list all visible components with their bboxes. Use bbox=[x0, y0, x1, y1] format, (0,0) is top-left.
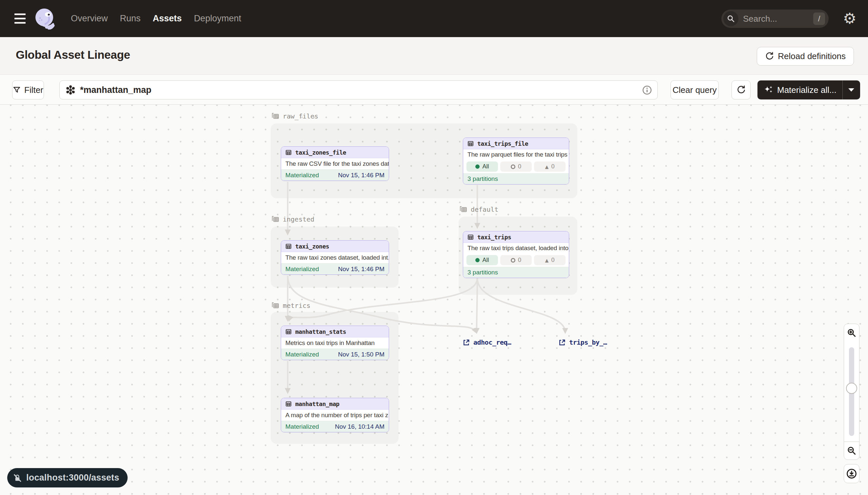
asset-description: The raw parquet files for the taxi trips… bbox=[463, 149, 569, 160]
reload-label: Reload definitions bbox=[778, 51, 846, 62]
asset-description: The raw CSV file for the taxi zones dat.… bbox=[281, 158, 389, 169]
partition-pill-failed: ▲0 bbox=[534, 161, 566, 172]
refresh-button[interactable] bbox=[731, 81, 750, 100]
zoom-slider-knob[interactable] bbox=[846, 383, 857, 394]
group-label-raw-files[interactable]: raw_files bbox=[271, 112, 318, 120]
external-link-icon bbox=[558, 339, 566, 346]
table-icon bbox=[285, 400, 292, 407]
asset-node-manhattan-map[interactable]: manhattan_map A map of the number of tri… bbox=[281, 398, 389, 432]
global-search-input[interactable]: Search... / bbox=[721, 10, 829, 28]
partition-pill-missing: 0 bbox=[500, 255, 532, 265]
page-title: Global Asset Lineage bbox=[16, 48, 130, 62]
zoom-in-icon bbox=[847, 328, 856, 338]
asset-graph-icon bbox=[66, 85, 75, 95]
status-badge: Materialized bbox=[285, 351, 319, 358]
partition-count: 3 partitions bbox=[463, 173, 569, 184]
group-label-metrics[interactable]: metrics bbox=[271, 301, 310, 309]
zoom-slider[interactable] bbox=[844, 341, 860, 442]
materialization-timestamp: Nov 15, 1:50 PM bbox=[338, 351, 385, 358]
asset-name: taxi_zones bbox=[295, 243, 329, 250]
asset-name: manhattan_stats bbox=[295, 328, 346, 335]
primary-nav: Overview Runs Assets Deployment bbox=[71, 0, 241, 37]
asset-group-icon bbox=[271, 112, 280, 120]
asset-node-taxi-trips-file[interactable]: taxi_trips_file The raw parquet files fo… bbox=[463, 138, 569, 185]
top-navbar: Overview Runs Assets Deployment Search..… bbox=[0, 0, 868, 37]
menu-icon[interactable] bbox=[14, 14, 25, 24]
group-label-ingested[interactable]: ingested bbox=[271, 215, 314, 223]
asset-name: taxi_trips bbox=[477, 234, 511, 241]
nav-item-deployment[interactable]: Deployment bbox=[194, 14, 241, 24]
nav-item-assets[interactable]: Assets bbox=[153, 14, 182, 24]
search-shortcut-badge: / bbox=[813, 13, 825, 25]
asset-name: taxi_trips_file bbox=[477, 140, 528, 147]
asset-node-taxi-trips[interactable]: taxi_trips The raw taxi trips dataset, l… bbox=[463, 231, 569, 278]
partition-pill-materialized: All bbox=[466, 161, 498, 172]
zoom-in-button[interactable] bbox=[844, 324, 860, 342]
materialization-timestamp: Nov 15, 1:46 PM bbox=[338, 172, 385, 179]
asset-description: A map of the number of trips per taxi z.… bbox=[281, 410, 389, 421]
asset-name: adhoc_req… bbox=[473, 338, 511, 346]
group-name: metrics bbox=[283, 302, 310, 309]
external-asset-trips-by[interactable]: trips_by_… bbox=[558, 338, 607, 346]
download-view-button[interactable] bbox=[844, 464, 860, 483]
table-icon bbox=[467, 140, 474, 147]
nav-item-runs[interactable]: Runs bbox=[120, 14, 141, 24]
partition-pill-missing: 0 bbox=[500, 161, 532, 172]
asset-name: manhattan_map bbox=[295, 400, 339, 407]
status-badge: Materialized bbox=[285, 266, 319, 273]
group-label-default[interactable]: default bbox=[459, 205, 498, 214]
lineage-toolbar: Filter Clear query bbox=[0, 75, 868, 105]
materialization-timestamp: Nov 16, 10:14 AM bbox=[335, 423, 385, 430]
chevron-down-icon bbox=[848, 88, 854, 91]
partition-pill-failed: ▲0 bbox=[534, 255, 566, 265]
download-icon bbox=[846, 468, 857, 479]
asset-description: Metrics on taxi trips in Manhattan bbox=[281, 338, 389, 348]
info-icon[interactable] bbox=[642, 85, 652, 95]
browser-status-bubble: localhost:3000/assets bbox=[7, 468, 128, 488]
clear-query-button[interactable]: Clear query bbox=[671, 81, 719, 100]
asset-name: trips_by_… bbox=[569, 338, 607, 346]
external-asset-adhoc-request[interactable]: adhoc_req… bbox=[463, 338, 511, 346]
asset-node-manhattan-stats[interactable]: manhattan_stats Metrics on taxi trips in… bbox=[281, 326, 389, 360]
search-placeholder: Search... bbox=[743, 14, 813, 24]
clear-query-label: Clear query bbox=[672, 85, 716, 95]
materialize-all-button[interactable]: Materialize all... bbox=[758, 81, 860, 100]
dagster-logo[interactable] bbox=[34, 7, 56, 30]
search-icon bbox=[723, 11, 739, 26]
asset-query-input[interactable] bbox=[80, 85, 642, 95]
table-icon bbox=[285, 149, 292, 156]
table-icon bbox=[285, 328, 292, 335]
triangle-icon: ▲ bbox=[545, 258, 549, 263]
reload-definitions-button[interactable]: Reload definitions bbox=[757, 47, 854, 66]
ring-circle-icon bbox=[511, 258, 515, 262]
filter-label: Filter bbox=[24, 85, 43, 95]
lineage-graph-canvas[interactable]: raw_files ingested default metrics bbox=[0, 105, 868, 495]
filled-circle-icon bbox=[475, 165, 480, 169]
table-icon bbox=[467, 234, 474, 241]
asset-query-field bbox=[59, 81, 658, 100]
asset-group-icon bbox=[271, 215, 280, 223]
status-badge: Materialized bbox=[285, 423, 319, 430]
group-name: default bbox=[471, 205, 498, 214]
ring-circle-icon bbox=[511, 165, 515, 169]
status-url: localhost:3000/assets bbox=[26, 473, 119, 483]
asset-name: taxi_zones_file bbox=[295, 149, 346, 156]
sparkle-icon bbox=[763, 85, 773, 95]
refresh-icon bbox=[737, 85, 746, 95]
filter-button[interactable]: Filter bbox=[12, 81, 44, 100]
zoom-out-button[interactable] bbox=[844, 442, 860, 460]
asset-node-taxi-zones-file[interactable]: taxi_zones_file The raw CSV file for the… bbox=[281, 147, 389, 181]
materialize-dropdown-caret[interactable] bbox=[843, 81, 860, 100]
asset-description: The raw taxi zones dataset, loaded int..… bbox=[281, 252, 389, 263]
asset-node-taxi-zones[interactable]: taxi_zones The raw taxi zones dataset, l… bbox=[281, 240, 389, 275]
reload-icon bbox=[765, 52, 774, 61]
status-badge: Materialized bbox=[285, 172, 319, 179]
asset-group-icon bbox=[271, 301, 280, 309]
asset-group-icon bbox=[459, 205, 467, 214]
gear-icon[interactable]: ⚙ bbox=[842, 10, 857, 27]
page-header: Global Asset Lineage Reload definitions bbox=[0, 37, 868, 75]
zoom-out-icon bbox=[847, 446, 856, 456]
group-name: raw_files bbox=[283, 112, 318, 120]
materialize-label: Materialize all... bbox=[777, 85, 836, 95]
nav-item-overview[interactable]: Overview bbox=[71, 14, 108, 24]
